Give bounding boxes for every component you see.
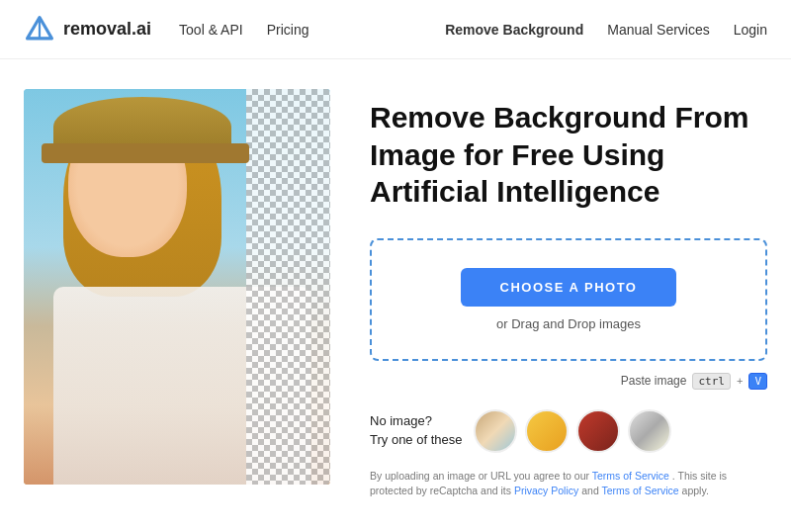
nav-tool-api[interactable]: Tool & API <box>179 22 243 38</box>
terms-end: apply. <box>679 485 709 496</box>
sample-images-row: No image? Try one of these <box>370 409 767 453</box>
sample-thumb-1[interactable] <box>474 409 517 453</box>
nav-left: removal.ai Tool & API Pricing <box>24 14 308 45</box>
terms-of-service-link-2[interactable]: Terms of Service <box>601 485 678 496</box>
nav-right: Remove Background Manual Services Login <box>445 22 767 38</box>
sample-thumb-3[interactable] <box>576 409 620 453</box>
paste-label: Paste image <box>621 374 687 388</box>
navbar: removal.ai Tool & API Pricing Remove Bac… <box>0 0 791 59</box>
sample-thumb-2[interactable] <box>525 409 569 453</box>
sample-thumbnails <box>474 409 671 453</box>
hero-portrait <box>24 89 330 485</box>
hero-title: Remove Background From Image for Free Us… <box>370 99 767 211</box>
nav-manual-services[interactable]: Manual Services <box>607 22 710 38</box>
v-key: V <box>748 373 767 390</box>
main-content: Remove Background From Image for Free Us… <box>0 59 791 499</box>
logo-text: removal.ai <box>63 19 151 40</box>
sample-thumb-4[interactable] <box>628 409 671 453</box>
ctrl-key: ctrl <box>692 373 731 390</box>
plus-sign: + <box>737 375 743 387</box>
terms-prefix: By uploading an image or URL you agree t… <box>370 470 592 482</box>
logo-icon <box>24 14 55 45</box>
paste-row: Paste image ctrl + V <box>370 373 767 390</box>
hero-image-container <box>24 89 330 485</box>
checker-pattern <box>246 89 330 485</box>
drag-drop-label: or Drag and Drop images <box>496 316 641 331</box>
nav-pricing[interactable]: Pricing <box>267 22 309 38</box>
terms-text: By uploading an image or URL you agree t… <box>370 469 746 500</box>
drop-zone[interactable]: CHOOSE A PHOTO or Drag and Drop images <box>370 238 767 361</box>
nav-login[interactable]: Login <box>734 22 767 38</box>
nav-links: Tool & API Pricing <box>179 22 308 38</box>
hero-content: Remove Background From Image for Free Us… <box>370 89 767 499</box>
terms-and: and <box>578 485 601 496</box>
no-image-text: No image? Try one of these <box>370 412 462 448</box>
privacy-policy-link[interactable]: Privacy Policy <box>514 485 578 496</box>
choose-photo-button[interactable]: CHOOSE A PHOTO <box>461 268 677 307</box>
logo[interactable]: removal.ai <box>24 14 151 45</box>
nav-remove-background[interactable]: Remove Background <box>445 22 583 38</box>
terms-of-service-link-1[interactable]: Terms of Service <box>592 470 669 482</box>
